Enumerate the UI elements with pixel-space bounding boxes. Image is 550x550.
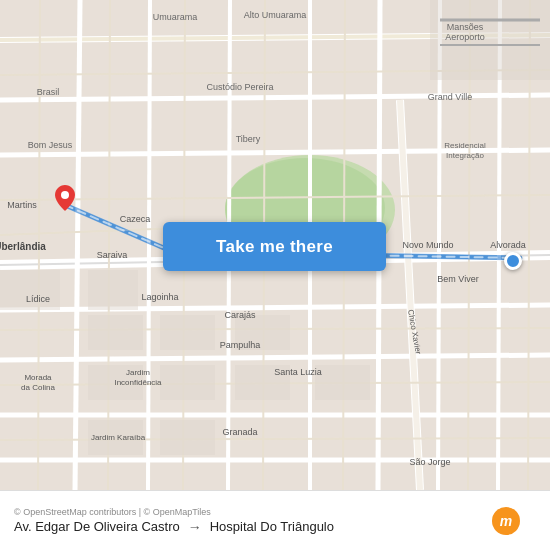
svg-text:Grand Ville: Grand Ville <box>428 92 472 102</box>
svg-text:Santa Luzia: Santa Luzia <box>274 367 322 377</box>
footer-left: © OpenStreetMap contributors | © OpenMap… <box>14 507 334 535</box>
svg-text:Bom Jesus: Bom Jesus <box>28 140 73 150</box>
svg-text:Mansões: Mansões <box>447 22 484 32</box>
svg-rect-45 <box>315 365 370 400</box>
svg-text:Lídice: Lídice <box>26 294 50 304</box>
svg-text:São Jorge: São Jorge <box>409 457 450 467</box>
svg-text:Tibery: Tibery <box>236 134 261 144</box>
svg-text:Alto Umuarama: Alto Umuarama <box>244 10 307 20</box>
svg-text:Residencial: Residencial <box>444 141 486 150</box>
svg-text:Jardim: Jardim <box>126 368 150 377</box>
destination-dot <box>504 252 522 270</box>
svg-text:Inconfidência: Inconfidência <box>114 378 162 387</box>
svg-rect-36 <box>88 270 138 310</box>
svg-rect-40 <box>160 365 215 400</box>
attribution-text: © OpenStreetMap contributors | © OpenMap… <box>14 507 334 517</box>
svg-text:Alvorada: Alvorada <box>490 240 526 250</box>
svg-rect-37 <box>160 315 215 350</box>
origin-label: Av. Edgar De Oliveira Castro <box>14 519 180 534</box>
route-arrow: → <box>188 519 202 535</box>
svg-text:Carajás: Carajás <box>224 310 256 320</box>
svg-text:Custódio Pereira: Custódio Pereira <box>206 82 273 92</box>
svg-text:Bem Viver: Bem Viver <box>437 274 478 284</box>
svg-text:Pampulha: Pampulha <box>220 340 261 350</box>
svg-text:Aeroporto: Aeroporto <box>445 32 485 42</box>
svg-rect-35 <box>0 270 60 310</box>
svg-text:Morada: Morada <box>24 373 52 382</box>
svg-text:Uberlândia: Uberlândia <box>0 241 46 252</box>
moovit-letter: m <box>500 513 512 529</box>
svg-text:da Colina: da Colina <box>21 383 55 392</box>
svg-text:Granada: Granada <box>222 427 257 437</box>
moovit-circle: m <box>492 507 520 535</box>
svg-text:Lagoinha: Lagoinha <box>141 292 178 302</box>
svg-rect-43 <box>160 420 215 455</box>
svg-point-80 <box>61 191 69 199</box>
moovit-logo: m <box>476 506 536 536</box>
destination-label: Hospital Do Triângulo <box>210 519 334 534</box>
svg-text:Brasil: Brasil <box>37 87 60 97</box>
svg-text:Jardim Karaíba: Jardim Karaíba <box>91 433 146 442</box>
svg-text:Cazeca: Cazeca <box>120 214 151 224</box>
svg-text:Integração: Integração <box>446 151 484 160</box>
take-me-there-label: Take me there <box>216 237 333 257</box>
route-info: Av. Edgar De Oliveira Castro → Hospital … <box>14 519 334 535</box>
svg-text:Martins: Martins <box>7 200 37 210</box>
map-container: Umuarama Alto Umuarama Mansões Aeroporto… <box>0 0 550 490</box>
svg-text:Novo Mundo: Novo Mundo <box>402 240 453 250</box>
origin-pin <box>55 185 75 211</box>
footer: © OpenStreetMap contributors | © OpenMap… <box>0 490 550 550</box>
svg-text:Saraiva: Saraiva <box>97 250 128 260</box>
svg-text:Umuarama: Umuarama <box>153 12 198 22</box>
take-me-there-button[interactable]: Take me there <box>163 222 386 271</box>
svg-rect-39 <box>88 315 143 350</box>
